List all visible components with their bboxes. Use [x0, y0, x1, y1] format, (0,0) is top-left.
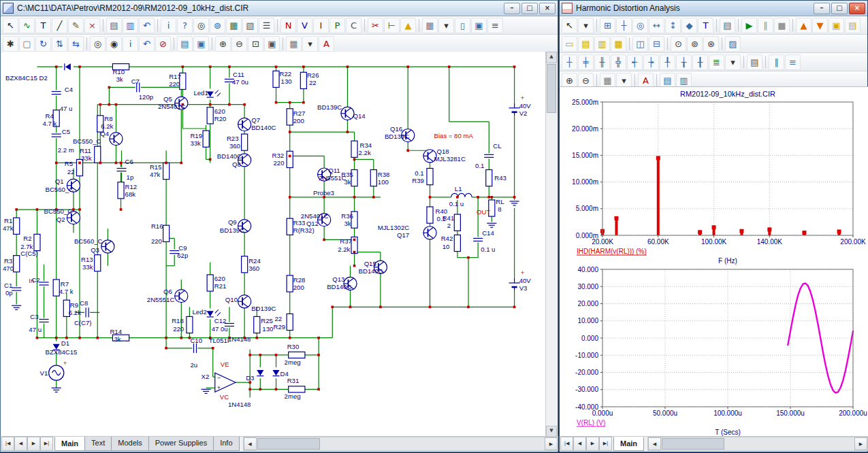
text-mode-icon[interactable]: T	[35, 18, 51, 33]
last-page-button[interactable]: ▶|	[599, 437, 612, 451]
horizontal-scroll-thumb[interactable]	[662, 438, 724, 450]
camera-icon[interactable]: ▣	[264, 36, 280, 52]
pattern-tool-icon[interactable]: ✱	[3, 36, 18, 52]
copy-picture-icon[interactable]: ▣	[193, 36, 209, 52]
stop-icon[interactable]: ⊘	[155, 36, 171, 52]
scroll-up-button[interactable]: ▲	[546, 52, 557, 63]
scroll-left-button[interactable]: ◀	[244, 437, 257, 450]
align-tags-icon[interactable]: ≡	[785, 54, 801, 70]
cursor-dropdown-icon[interactable]: ▾	[578, 18, 594, 33]
components-panel-icon[interactable]: ▦	[226, 18, 242, 33]
peak-marker-icon[interactable]: ▲	[796, 18, 811, 33]
waveform-stack-icon[interactable]: ≣	[709, 54, 724, 70]
cut-wire-icon[interactable]: ✂	[368, 18, 383, 33]
line-mode-icon[interactable]: ╱	[52, 18, 67, 33]
page-properties-icon[interactable]: ▣	[471, 18, 487, 33]
prev-page-button[interactable]: ◀	[14, 437, 27, 451]
clipboard-icon[interactable]: ▤	[106, 18, 122, 33]
stack-dropdown-icon[interactable]: ▾	[725, 54, 741, 70]
split-horizontal-icon[interactable]: ◫	[632, 36, 648, 52]
select-tool-icon[interactable]: ↖	[3, 18, 18, 33]
one-plot-icon[interactable]: ▭	[562, 36, 577, 52]
minimize-button[interactable]: –	[504, 3, 520, 14]
split-vertical-icon[interactable]: ⊟	[649, 36, 664, 52]
properties-icon[interactable]: ≡	[487, 18, 503, 33]
point-tag-icon[interactable]: ◎	[193, 18, 209, 33]
go-back-icon[interactable]: ↶	[139, 36, 155, 52]
grid-select-icon[interactable]: ▦	[286, 36, 302, 52]
performance-tag-icon[interactable]: ◆	[681, 18, 697, 33]
tab-power-supplies[interactable]: Power Supplies	[148, 437, 214, 451]
wire-mode-icon[interactable]: ∿	[19, 18, 35, 33]
schematic-vertical-scrollbar[interactable]: ▲ ▼	[545, 52, 557, 437]
analysis-properties-icon[interactable]: ▨	[725, 36, 741, 52]
text-mode-icon[interactable]: T	[698, 18, 713, 33]
cursor-left-icon[interactable]: ┽	[627, 54, 643, 70]
tab-main[interactable]: Main	[613, 437, 644, 451]
axes-x-icon[interactable]: ╫	[594, 54, 610, 70]
first-page-button[interactable]: |◀	[560, 437, 573, 451]
close-button[interactable]: ×	[849, 3, 865, 14]
tab-info[interactable]: Info	[213, 437, 239, 451]
cursor-mode-icon[interactable]: ┼	[616, 18, 632, 33]
horizontal-tag-icon[interactable]: ↔	[649, 18, 664, 33]
point-tag-icon[interactable]: ◎	[632, 18, 648, 33]
stop-icon[interactable]: ■	[774, 18, 790, 33]
last-page-button[interactable]: ▶|	[40, 437, 53, 451]
copy-to-clipboard-icon[interactable]: ▤	[177, 36, 193, 52]
valley-marker-icon[interactable]: ▼	[812, 18, 828, 33]
node-voltages-icon[interactable]: V	[297, 18, 312, 33]
tag-top-icon[interactable]: ╀	[660, 54, 675, 70]
info-mode-icon[interactable]: i	[161, 18, 176, 33]
axes-y-icon[interactable]: ╬	[611, 54, 626, 70]
prev-page-button[interactable]: ◀	[573, 437, 586, 451]
pause-icon[interactable]: ‖	[758, 18, 773, 33]
help-mode-icon[interactable]: ?	[177, 18, 193, 33]
flip-horizontal-icon[interactable]: ⇆	[68, 36, 84, 52]
schematic-canvas[interactable]: −+BZX84C15 D2C447 uR44.7 kC52.2 mR103kR8…	[1, 52, 547, 437]
connect-wire-icon[interactable]: ⊢	[384, 18, 400, 33]
pencil-tool-icon[interactable]: ✎	[68, 18, 84, 33]
horizontal-scroll-thumb[interactable]	[257, 438, 320, 450]
track-cursor-icon[interactable]: ┼	[562, 54, 577, 70]
analysis-title-bar[interactable]: Harmonic Distortion Analysis – □ ×	[560, 1, 867, 16]
scroll-right-button[interactable]: ▶	[854, 437, 867, 450]
maximize-button[interactable]: □	[521, 3, 538, 14]
plot-properties-icon[interactable]: ▤	[720, 18, 735, 33]
axes-both-icon[interactable]: ╪	[578, 54, 594, 70]
first-page-button[interactable]: |◀	[1, 437, 14, 451]
scroll-left-button[interactable]: ◀	[648, 437, 661, 450]
run-icon[interactable]: ▶	[741, 18, 757, 33]
zoom-in-icon[interactable]: ⊕	[215, 36, 231, 52]
zoom-data-icon[interactable]: ⊙	[671, 36, 686, 52]
cursor-right-icon[interactable]: ┾	[643, 54, 659, 70]
conditions-icon[interactable]: C	[346, 18, 361, 33]
zoom-window-icon[interactable]: ⊡	[248, 36, 263, 52]
new-page-icon[interactable]: ▯	[455, 18, 470, 33]
grid-icon[interactable]: ▦	[422, 18, 438, 33]
analysis-plot-page[interactable]: 0.000m5.000m10.000m15.000m20.000m25.000m…	[560, 86, 868, 438]
grid-dropdown-icon[interactable]: ▾	[438, 18, 454, 33]
scale-mode-icon[interactable]: ⊞	[600, 18, 615, 33]
zoom-auto-icon[interactable]: ⊛	[703, 36, 719, 52]
sheet-view-icon[interactable]: ▧	[242, 18, 258, 33]
scroll-right-button[interactable]: ▶	[545, 437, 558, 450]
align-cursors-icon[interactable]: ∥	[769, 54, 784, 70]
find-icon[interactable]: ◎	[90, 36, 106, 52]
analysis-horizontal-scrollbar[interactable]: ◀ ▶	[647, 437, 868, 451]
flip-vertical-icon[interactable]: ⇅	[52, 36, 67, 52]
schematic-title-bar[interactable]: C:\MC11\DATA\Petrov\RM2012-09\RM2012-09_…	[1, 1, 558, 16]
minimize-button[interactable]: –	[814, 3, 830, 14]
print-icon[interactable]: ☰	[259, 18, 274, 33]
find-again-icon[interactable]: ◉	[106, 36, 122, 52]
maximize-button[interactable]: □	[831, 3, 848, 14]
vertical-tag-icon[interactable]: ↕	[665, 18, 681, 33]
attribute-info-icon[interactable]: i	[123, 36, 138, 52]
select-box-icon[interactable]: ▢	[19, 36, 35, 52]
tab-text[interactable]: Text	[84, 437, 112, 451]
paste-icon[interactable]: ▥	[123, 18, 138, 33]
warning-icon[interactable]: ▲	[400, 18, 416, 33]
node-numbers-icon[interactable]: N	[280, 18, 296, 33]
watch-panel-icon[interactable]: ▤	[845, 18, 861, 33]
erase-tool-icon[interactable]: ×	[84, 18, 100, 33]
